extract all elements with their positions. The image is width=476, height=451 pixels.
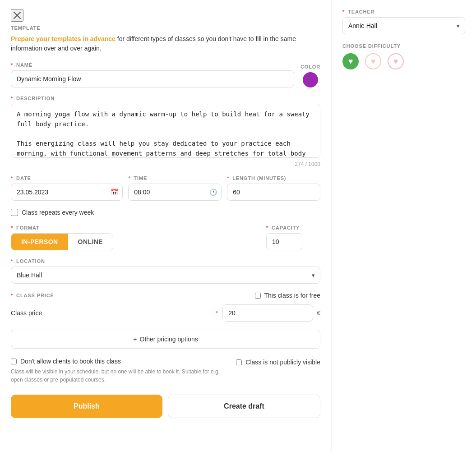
location-label: * LOCATION xyxy=(11,258,320,264)
time-label: * TIME xyxy=(128,175,222,181)
other-pricing-plus-icon: + xyxy=(133,336,137,343)
length-input[interactable] xyxy=(227,184,320,201)
color-picker[interactable] xyxy=(303,72,318,87)
difficulty-medium-button[interactable]: ♥ xyxy=(365,53,381,69)
price-row-label: Class price xyxy=(11,309,211,317)
class-price-header: * CLASS PRICE This class is for free xyxy=(11,292,320,299)
other-pricing-button[interactable]: + Other pricing options xyxy=(11,330,320,349)
description-textarea[interactable]: A morning yoga flow with a dynamic warm-… xyxy=(11,104,320,158)
time-input-wrapper: 🕐 xyxy=(128,184,222,201)
capacity-input[interactable] xyxy=(266,233,302,250)
time-input[interactable] xyxy=(128,184,222,201)
teacher-label: * TEACHER xyxy=(342,9,465,14)
difficulty-easy-button[interactable]: ♥ xyxy=(342,53,359,69)
name-required-star: * xyxy=(11,62,13,68)
difficulty-section: CHOOSE DIFFICULTY ♥ ♥ ♥ xyxy=(342,43,465,69)
visibility-row: Don't allow clients to book this class C… xyxy=(11,358,320,384)
other-pricing-label: Other pricing options xyxy=(140,336,198,343)
free-class-checkbox[interactable] xyxy=(255,293,261,299)
name-color-row: * NAME COLOR xyxy=(11,62,320,87)
left-panel: TEMPLATE Prepare your templates in advan… xyxy=(0,0,332,451)
price-required-star: * xyxy=(216,309,218,317)
location-field-group: * LOCATION Blue Hall Red Hall Green Hall… xyxy=(11,258,320,284)
close-icon xyxy=(13,11,21,19)
length-label: * LENGTH (MINUTES) xyxy=(227,175,320,181)
calendar-icon: 📅 xyxy=(111,189,118,196)
description-field-group: * DESCRIPTION A morning yoga flow with a… xyxy=(11,96,320,167)
difficulty-row: ♥ ♥ ♥ xyxy=(342,53,465,69)
date-input-wrapper: 📅 xyxy=(11,184,123,201)
dont-allow-checkbox[interactable] xyxy=(11,359,17,364)
actions-row: Publish Create draft xyxy=(11,395,320,418)
format-capacity-row: * FORMAT IN-PERSON ONLINE * CAPACITY xyxy=(11,225,320,250)
description-label: * DESCRIPTION xyxy=(11,96,320,101)
right-panel: * TEACHER Annie Hall John Smith Sarah Le… xyxy=(332,0,476,451)
create-draft-button[interactable]: Create draft xyxy=(168,395,320,418)
date-input[interactable] xyxy=(11,184,123,201)
price-input[interactable] xyxy=(222,304,313,322)
not-public-wrapper: Class is not publicly visible xyxy=(236,358,320,366)
price-row: Class price * € xyxy=(11,304,320,322)
currency-symbol: € xyxy=(317,309,320,317)
publish-button[interactable]: Publish xyxy=(11,395,162,418)
class-repeats-label[interactable]: Class repeats every week xyxy=(22,209,94,216)
dont-allow-description: Class will be visible in your schedule, … xyxy=(11,368,222,384)
date-label: * DATE xyxy=(11,175,123,181)
dont-allow-text: Don't allow clients to book this class xyxy=(20,358,121,365)
date-wrapper: * DATE 📅 xyxy=(11,175,123,201)
teacher-field-group: * TEACHER Annie Hall John Smith Sarah Le… xyxy=(342,9,465,34)
template-link[interactable]: Prepare your templates in advance xyxy=(11,35,116,42)
free-class-text: This class is for free xyxy=(264,292,320,299)
capacity-label: * CAPACITY xyxy=(266,225,320,230)
teacher-select-wrapper: Annie Hall John Smith Sarah Lee ▾ xyxy=(342,17,465,34)
not-public-checkbox[interactable] xyxy=(236,359,242,365)
format-wrapper: * FORMAT IN-PERSON ONLINE xyxy=(11,225,255,250)
name-label: * NAME xyxy=(11,62,294,68)
class-repeats-checkbox[interactable] xyxy=(11,209,18,216)
difficulty-hard-button[interactable]: ♥ xyxy=(388,53,404,69)
class-price-label: * CLASS PRICE xyxy=(11,293,54,298)
date-time-row: * DATE 📅 * TIME 🕐 xyxy=(11,175,320,201)
location-select-wrapper: Blue Hall Red Hall Green Hall ▾ xyxy=(11,267,320,284)
length-wrapper: * LENGTH (MINUTES) xyxy=(227,175,320,201)
format-toggle: IN-PERSON ONLINE xyxy=(11,233,113,250)
name-input[interactable] xyxy=(11,70,294,87)
color-label: COLOR xyxy=(300,64,320,69)
class-repeats-row: Class repeats every week xyxy=(11,209,320,216)
template-description: Prepare your templates in advance for di… xyxy=(11,34,320,53)
name-field-wrapper: * NAME xyxy=(11,62,294,87)
char-count: 274 / 1000 xyxy=(11,161,320,167)
clock-icon: 🕐 xyxy=(209,189,217,196)
difficulty-label: CHOOSE DIFFICULTY xyxy=(342,43,465,49)
price-input-wrapper: € xyxy=(222,304,320,322)
color-field-wrapper: COLOR xyxy=(300,64,320,87)
template-section: TEMPLATE Prepare your templates in advan… xyxy=(11,25,320,53)
dont-allow-wrapper: Don't allow clients to book this class C… xyxy=(11,358,222,384)
close-button[interactable] xyxy=(11,9,23,22)
free-class-label[interactable]: This class is for free xyxy=(255,292,320,299)
capacity-wrapper: * CAPACITY xyxy=(266,225,320,250)
teacher-select[interactable]: Annie Hall John Smith Sarah Lee xyxy=(342,17,465,34)
format-in-person-button[interactable]: IN-PERSON xyxy=(11,234,68,250)
desc-required-star: * xyxy=(11,96,13,101)
format-online-button[interactable]: ONLINE xyxy=(68,234,113,250)
location-select[interactable]: Blue Hall Red Hall Green Hall xyxy=(11,267,320,284)
time-wrapper: * TIME 🕐 xyxy=(128,175,222,201)
class-price-section: * CLASS PRICE This class is for free Cla… xyxy=(11,292,320,322)
dont-allow-label[interactable]: Don't allow clients to book this class xyxy=(11,358,222,365)
format-label: * FORMAT xyxy=(11,225,255,230)
template-label: TEMPLATE xyxy=(11,25,320,31)
not-public-label[interactable]: Class is not publicly visible xyxy=(245,359,320,366)
